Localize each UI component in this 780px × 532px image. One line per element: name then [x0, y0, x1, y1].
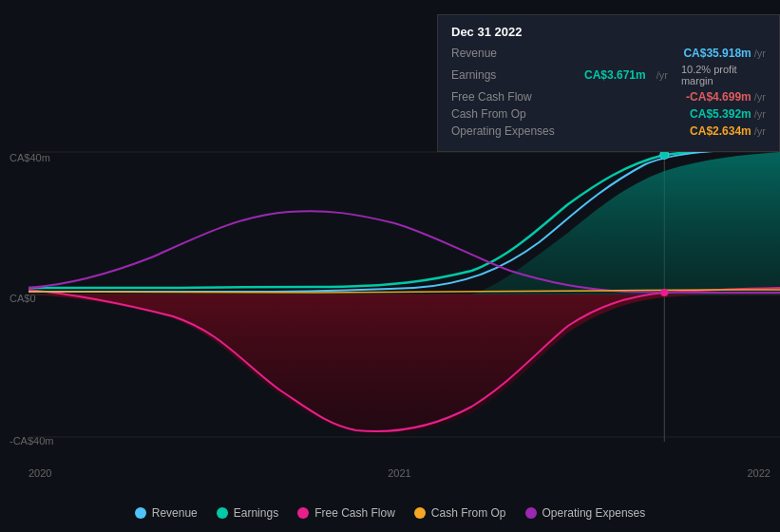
legend-item-fcf[interactable]: Free Cash Flow — [297, 506, 395, 520]
legend-dot-revenue — [135, 507, 146, 519]
tooltip-label-cashop: Cash From Op — [451, 107, 565, 121]
tooltip-label-opex: Operating Expenses — [451, 124, 565, 138]
tooltip-value-fcf: -CA$4.699m — [686, 90, 751, 104]
legend-dot-fcf — [297, 507, 309, 519]
tooltip-box: Dec 31 2022 Revenue CA$35.918m /yr Earni… — [437, 14, 780, 152]
tooltip-value-revenue: CA$35.918m — [683, 47, 751, 60]
legend-item-earnings[interactable]: Earnings — [217, 506, 278, 520]
legend-item-revenue[interactable]: Revenue — [135, 506, 198, 520]
tooltip-row-fcf: Free Cash Flow -CA$4.699m /yr — [451, 90, 766, 104]
tooltip-profit-margin: 10.2% profit margin — [681, 64, 766, 86]
legend-label-fcf: Free Cash Flow — [314, 506, 395, 520]
x-axis-labels: 2020 2021 2022 — [29, 467, 770, 479]
tooltip-row-revenue: Revenue CA$35.918m /yr — [451, 47, 766, 60]
x-label-2021: 2021 — [388, 467, 410, 479]
legend-label-cashop: Cash From Op — [431, 506, 506, 520]
tooltip-value-cashop: CA$5.392m — [690, 107, 751, 121]
legend-item-cashop[interactable]: Cash From Op — [414, 506, 506, 520]
legend-dot-opex — [525, 507, 537, 519]
legend-label-earnings: Earnings — [234, 506, 278, 520]
tooltip-value-opex: CA$2.634m — [690, 124, 751, 138]
legend-dot-earnings — [217, 507, 228, 519]
legend-dot-cashop — [414, 507, 426, 519]
x-label-2022: 2022 — [748, 467, 770, 479]
tooltip-date: Dec 31 2022 — [451, 25, 766, 39]
tooltip-row-cashop: Cash From Op CA$5.392m /yr — [451, 107, 766, 121]
x-label-2020: 2020 — [29, 467, 51, 479]
tooltip-row-earnings: Earnings CA$3.671m /yr 10.2% profit marg… — [451, 64, 766, 86]
chart-svg — [29, 147, 780, 442]
tooltip-value-earnings: CA$3.671m — [584, 68, 646, 82]
legend-label-revenue: Revenue — [152, 506, 198, 520]
earnings-cursor-dot — [660, 151, 668, 159]
tooltip-label-earnings: Earnings — [451, 68, 565, 82]
fcf-fill — [29, 292, 780, 434]
chart-container: Dec 31 2022 Revenue CA$35.918m /yr Earni… — [0, 0, 780, 532]
tooltip-label-fcf: Free Cash Flow — [451, 90, 565, 104]
legend-item-opex[interactable]: Operating Expenses — [525, 506, 646, 520]
tooltip-row-opex: Operating Expenses CA$2.634m /yr — [451, 124, 766, 138]
legend-label-opex: Operating Expenses — [542, 506, 646, 520]
legend: Revenue Earnings Free Cash Flow Cash Fro… — [0, 506, 780, 520]
tooltip-label-revenue: Revenue — [451, 47, 565, 60]
fcf-cursor-dot — [660, 289, 668, 296]
